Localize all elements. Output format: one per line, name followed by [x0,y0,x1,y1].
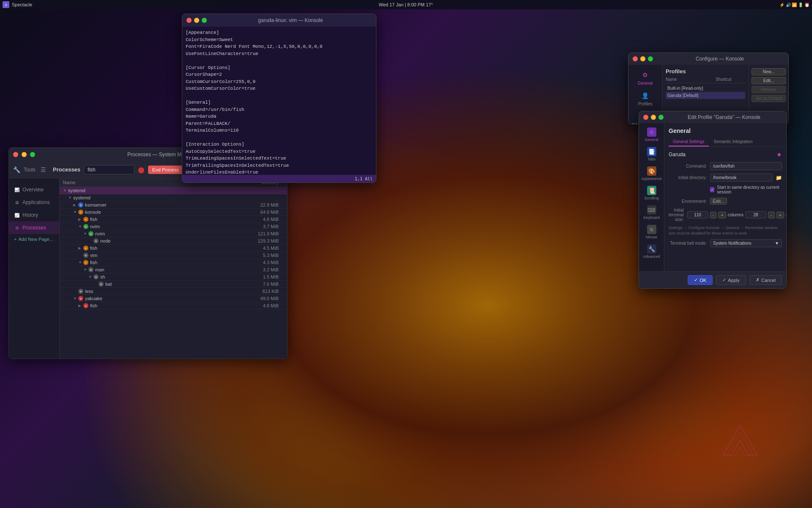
table-row[interactable]: ▼ systemd [60,194,287,202]
konsole-line: AutoCopySelectedText=true [186,148,373,155]
table-row[interactable]: ▼ ● fish 4.3 MiB [60,259,287,266]
configure-min-btn[interactable] [640,56,645,61]
ep-command-input[interactable] [710,162,782,170]
ep-cancel-button[interactable]: ✗ Cancel [749,275,782,285]
table-row[interactable]: ▼ ● man 3.2 MiB [60,266,287,273]
ep-cols-dec-btn[interactable]: - [710,212,717,218]
table-row[interactable]: ▶ ● ksmserver 22.9 MiB [60,202,287,209]
ep-general-label: General [645,138,658,142]
expand-icon: ▼ [68,196,73,200]
edit-profile-max-btn[interactable] [658,115,664,120]
ep-ok-label: OK [700,278,706,283]
configure-sidebar-profiles[interactable]: 👤 Profiles [628,88,662,109]
konsole-max-btn[interactable] [202,18,207,23]
ep-rows-dec-btn[interactable]: - [768,212,775,218]
ep-sidebar-tabs[interactable]: 📑 Tabs [639,144,664,164]
proc-mem: 1.5 MiB [250,274,284,279]
konsole-line: [Appearance] [186,29,373,36]
edit-profile-close-btn[interactable] [643,115,648,120]
konsole-line: Name=Garuda [186,113,373,120]
konsole-line: UseFontLineCharacters=true [186,50,373,58]
konsole-vim-titlebar: garuda-linux: vim — Konsole [182,14,376,27]
sysmon-end-process-btn[interactable]: End Process [148,166,183,174]
expand-icon: ▼ [83,268,88,272]
ep-rows-input[interactable] [745,211,766,218]
profiles-default-btn[interactable]: Set as Default [752,95,786,102]
ep-same-dir-checkbox[interactable] [710,187,714,192]
table-row[interactable]: ▶ ● fish 4.8 MiB [60,302,287,309]
konsole-line: TrimTrailingSpacesInSelectedText=true [186,162,373,169]
profiles-col-name: Name [666,77,716,82]
ep-env-edit-btn[interactable]: Edit... [710,198,727,204]
ep-cols-input[interactable] [687,211,708,218]
edit-profile-sidebar: ⚙ General 📑 Tabs 🎨 Appearance 📜 Scrollin… [639,123,664,271]
sysmon-sidebar-overview[interactable]: 📊 Overview [9,183,59,196]
proc-icon: ● [99,282,104,287]
table-row[interactable]: ● less 613 KiB [60,288,287,295]
ep-sidebar-advanced[interactable]: 🔧 Advanced [639,242,664,261]
profiles-edit-btn[interactable]: Edit... [752,77,786,84]
konsole-line: TrimLeadingSpacesInSelectedText=true [186,155,373,162]
table-row[interactable]: ● vim 5.3 MiB [60,252,287,259]
sysmon-min-btn[interactable] [22,152,27,157]
ep-initial-dir-input[interactable] [710,174,772,182]
proc-icon: ● [78,289,83,294]
configure-close-btn[interactable] [633,56,638,61]
ep-sidebar-general[interactable]: ⚙ General [639,125,664,144]
proc-icon: ● [93,274,99,279]
proc-mem: 64.9 MiB [250,210,284,215]
taskbar-left: S Spectacle [3,1,32,8]
ep-tab-semantic[interactable]: Semantic Integration [710,138,757,146]
configure-konsole-titlebar: Configure — Konsole [628,53,788,65]
sysmon-close-btn[interactable] [13,152,18,157]
ep-rows-inc-btn[interactable]: + [776,212,784,218]
ep-keyboard-label: Keyboard [643,215,660,220]
table-row[interactable]: ▼ ● yakuake 49.0 MiB [60,295,287,302]
ep-sidebar-mouse[interactable]: 🖱 Mouse [639,222,664,242]
configure-sidebar-general[interactable]: ⚙ General [628,67,662,88]
ep-sidebar-keyboard[interactable]: ⌨ Keyboard [639,203,664,222]
profiles-new-btn[interactable]: New... [752,68,786,75]
sysmon-max-btn[interactable] [30,152,35,157]
sysmon-search-input[interactable] [84,165,134,174]
table-row[interactable]: ▶ ● fish 4.6 MiB [60,216,287,223]
edit-profile-min-btn[interactable] [651,115,656,120]
ep-appearance-icon: 🎨 [647,166,656,176]
table-row[interactable]: ▶ ● fish 4.5 MiB [60,245,287,252]
ep-apply-button[interactable]: ✓ Apply [716,275,746,285]
table-row[interactable]: ▼ ● nvim 3.7 MiB [60,223,287,230]
ep-bell-mode-value: System Notifications [713,241,752,246]
sysmon-sidebar-processes[interactable]: ⚙ Processes [9,221,59,234]
sysmon-add-page-btn[interactable]: + Add New Page... [9,234,59,244]
ep-sidebar-scrolling[interactable]: 📜 Scrolling [639,183,664,203]
table-row[interactable]: ▼ ● nvim 121.9 MiB [60,230,287,237]
ep-ok-button[interactable]: ✓ OK [688,275,713,285]
profiles-remove-btn[interactable]: Remove [752,86,786,93]
sysmon-sidebar-history[interactable]: 📈 History [9,209,59,221]
table-row[interactable]: ▼ ● sh 1.5 MiB [60,273,287,281]
ep-bell-mode-row: Terminal bell mode: System Notifications… [669,239,782,247]
profile-row-builtin[interactable]: Built-in [Read-only] [666,85,745,92]
ep-cols-inc-btn[interactable]: + [718,212,726,218]
ep-bell-mode-dropdown[interactable]: System Notifications ▼ [710,239,782,247]
proc-mem: 3.2 MiB [250,267,284,272]
ep-terminal-size-row: Initial terminal size: - + columns - + r… [669,208,782,222]
konsole-min-btn[interactable] [194,18,199,23]
process-list: ▼ systemd ▼ systemd ▶ ● ksmserver [60,187,287,357]
sysmon-processes-label: Processes [53,166,80,173]
konsole-close-btn[interactable] [187,18,192,23]
konsole-line: CustomCursorColor=255,0,0 [186,78,373,86]
table-row[interactable]: ▼ ● konsole 64.9 MiB [60,209,287,216]
configure-max-btn[interactable] [648,56,653,61]
ep-tab-general-settings[interactable]: General Settings [669,138,709,146]
ep-sidebar-appearance[interactable]: 🎨 Appearance [639,164,664,183]
table-row[interactable]: ▼ systemd [60,187,287,194]
profile-row-garuda[interactable]: Garuda [Default] [666,92,745,99]
ep-mouse-icon: 🖱 [647,225,656,234]
table-row[interactable]: ● node 129.3 MiB [60,237,287,245]
ep-terminal-size-controls: - + columns - + rows [687,211,786,218]
sysmon-sidebar-applications[interactable]: 🖥 Applications [9,196,59,209]
ep-folder-btn[interactable]: 📁 [776,175,782,181]
vim-status-right: 1,1 All [355,177,373,181]
table-row[interactable]: ● bat 7.6 MiB [60,281,287,288]
